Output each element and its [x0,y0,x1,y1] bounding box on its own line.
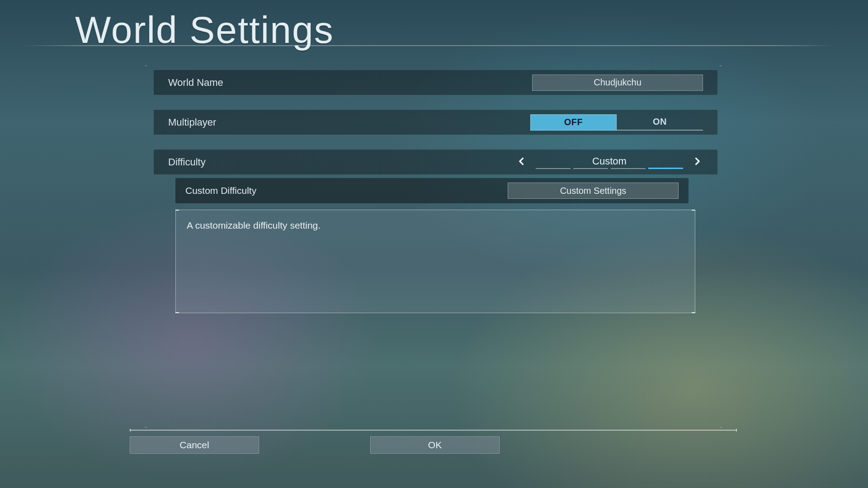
row-multiplayer: Multiplayer OFF ON [154,110,717,135]
multiplayer-off[interactable]: OFF [530,114,617,131]
custom-difficulty-label: Custom Difficulty [185,185,256,196]
row-custom-difficulty: Custom Difficulty Custom Settings [175,178,689,203]
chevron-left-icon [517,155,526,169]
difficulty-segments [536,168,683,169]
row-world-name: World Name Chudjukchu [154,70,717,95]
multiplayer-label: Multiplayer [168,117,216,128]
difficulty-value: Custom [592,155,627,167]
frame-tick-tr: – [720,63,722,68]
world-name-label: World Name [168,77,223,89]
difficulty-description: A customizable difficulty setting. [175,210,695,313]
custom-settings-button[interactable]: Custom Settings [508,183,679,199]
difficulty-description-text: A customizable difficulty setting. [187,220,321,230]
bottom-divider [130,430,737,431]
frame-tick-bl: – [145,425,147,429]
difficulty-next[interactable] [691,156,703,168]
ok-button[interactable]: OK [370,436,500,454]
difficulty-value-wrap: Custom [535,155,684,169]
cancel-button[interactable]: Cancel [130,436,259,454]
row-difficulty: Difficulty Custom [154,150,717,174]
multiplayer-on[interactable]: ON [617,114,703,131]
frame-tick-tl: – [145,63,147,68]
footer-buttons: Cancel OK [130,436,500,454]
chevron-right-icon [693,155,702,169]
world-name-input[interactable]: Chudjukchu [532,75,703,91]
frame-tick-br: – [720,425,722,429]
multiplayer-toggle: OFF ON [530,114,703,131]
settings-panel: World Name Chudjukchu Multiplayer OFF ON… [154,70,717,313]
title-divider [23,45,836,46]
world-settings-screen: World Settings – – – – World Name Chudju… [0,0,868,488]
difficulty-label: Difficulty [168,156,206,168]
difficulty-prev[interactable] [516,156,528,168]
